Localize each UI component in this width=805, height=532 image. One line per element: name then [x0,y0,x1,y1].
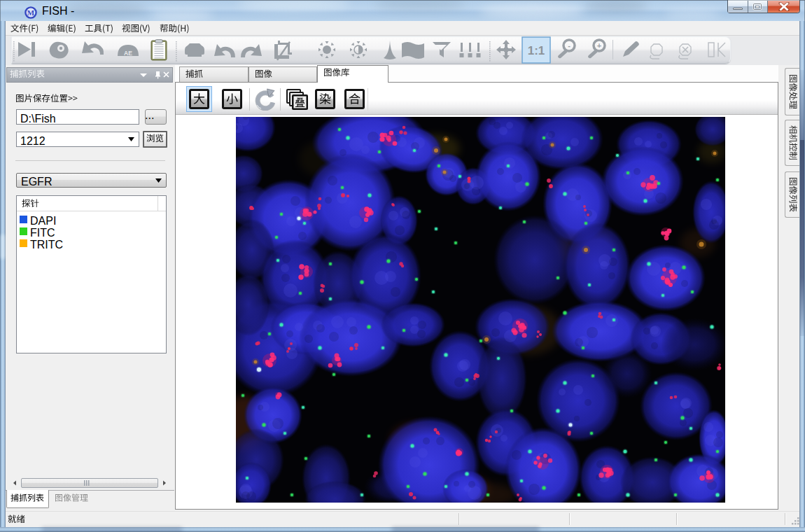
svg-text:1:1: 1:1 [528,44,545,57]
svg-text:-: - [568,41,570,50]
svg-text:AE: AE [124,50,132,57]
svg-text:+: + [597,41,601,50]
svg-text:M: M [27,8,35,17]
